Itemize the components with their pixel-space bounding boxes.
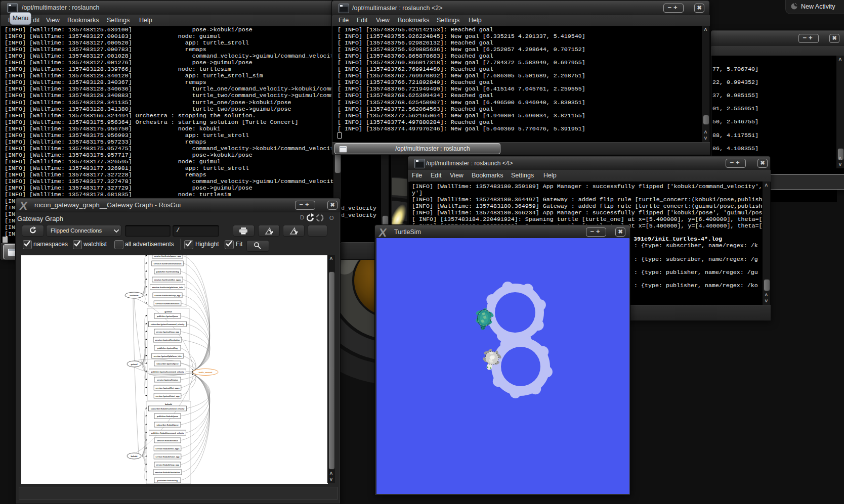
svg-text:service:/turtlesim/status: service:/turtlesim/status (155, 303, 180, 305)
svg-text:subscriber:/guimul/pose: subscriber:/guimul/pose (156, 363, 179, 365)
svg-text:guimul: guimul (131, 363, 137, 365)
svg-text:service:/kobuki/start_app: service:/kobuki/start_app (155, 456, 180, 458)
svg-text:kobuki: kobuki (131, 455, 138, 457)
svg-text:service:/kobuki/stop_app: service:/kobuki/stop_app (156, 464, 179, 466)
svg-text:service:/turtlesim/pause_app: service:/turtlesim/pause_app (154, 255, 181, 257)
svg-text:turtle_concert: turtle_concert (199, 371, 213, 374)
svg-text:service:/kobuki/invitation: service:/kobuki/invitation (155, 472, 180, 474)
svg-text:publisher:/kobuki/command_velo: publisher:/kobuki/command_velocity (151, 432, 184, 434)
svg-text:subscriber:/kobuki/pose: subscriber:/kobuki/pose (156, 424, 179, 426)
svg-text:publisher:/guimul/command_velo: publisher:/guimul/command_velocity (151, 371, 184, 373)
svg-text:service:/guimul/invitation: service:/guimul/invitation (155, 339, 180, 341)
svg-text:publisher:/guimul/log: publisher:/guimul/log (157, 347, 178, 349)
svg-text:publisher:/turtlesim/log: publisher:/turtlesim/log (156, 271, 179, 273)
svg-text:subscriber:/guimul/command_vel: subscriber:/guimul/command_velocity (151, 324, 185, 326)
svg-text:service:/kobuki/status: service:/kobuki/status (157, 440, 178, 442)
svg-text:guimul: guimul (164, 310, 172, 313)
svg-text:service:/turtlesim/stop_app: service:/turtlesim/stop_app (154, 295, 181, 297)
svg-text:service:/turtlesim/list_apps: service:/turtlesim/list_apps (154, 279, 181, 281)
svg-text:kobuki: kobuki (165, 403, 172, 405)
svg-text:publisher:/guimul/pose: publisher:/guimul/pose (157, 315, 178, 317)
svg-text:publisher:/kobuki/pose: publisher:/kobuki/pose (157, 416, 178, 418)
svg-text:service:/guimul/platform_info: service:/guimul/platform_info (153, 355, 182, 357)
svg-text:service:/guimul/list_apps: service:/guimul/list_apps (155, 387, 180, 389)
svg-text:turtlesim: turtlesim (130, 294, 139, 297)
svg-text:service:/guimul/start_app: service:/guimul/start_app (155, 395, 180, 397)
svg-text:service:/turtlesim/invitation: service:/turtlesim/invitation (153, 263, 181, 265)
svg-text:service:/turtlesim/platform_in: service:/turtlesim/platform_info (152, 287, 184, 289)
svg-text:service:/guimul/stop_app: service:/guimul/stop_app (156, 331, 179, 333)
svg-text:subscriber:/kobuki/command_vel: subscriber:/kobuki/command_velocity (151, 408, 185, 410)
svg-text:service:/guimul/status: service:/guimul/status (157, 379, 178, 381)
svg-text:publisher:/kobuki/log: publisher:/kobuki/log (157, 480, 178, 482)
svg-text:service:/kobuki/list_apps: service:/kobuki/list_apps (155, 448, 180, 450)
